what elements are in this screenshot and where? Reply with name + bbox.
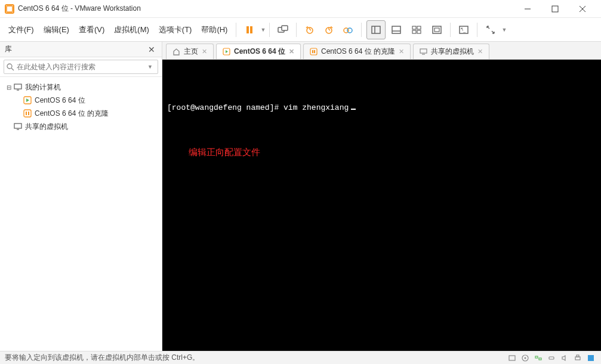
stretch-dropdown-caret[interactable]: ▼: [501, 27, 507, 33]
svg-rect-3: [552, 6, 558, 12]
svg-rect-39: [310, 48, 317, 55]
home-icon: [172, 48, 180, 55]
svg-rect-23: [434, 28, 439, 32]
library-tree: ⊟ 我的计算机 CentOS 6 64 位 CentOS 6 64 位 的克隆 …: [0, 77, 162, 351]
send-ctrlaltdel-button[interactable]: [273, 20, 292, 39]
tab-centos-label: CentOS 6 64 位: [234, 47, 285, 57]
tab-clone-label: CentOS 6 64 位 的克隆: [321, 47, 395, 57]
maximize-button[interactable]: [541, 0, 569, 18]
search-icon: [7, 63, 14, 71]
menu-edit[interactable]: 编辑(E): [39, 21, 74, 39]
menu-vm[interactable]: 虚拟机(M): [109, 21, 154, 39]
minimize-button[interactable]: [514, 0, 541, 18]
menu-help[interactable]: 帮助(H): [196, 21, 232, 39]
view-console-button[interactable]: [387, 20, 406, 39]
tree-item-label: CentOS 6 64 位 的克隆: [35, 109, 109, 119]
vm-console[interactable]: [root@wangdefeng named]# vim zhengxiang …: [162, 60, 601, 351]
tab-home[interactable]: 主页 ✕: [166, 44, 214, 59]
cd-icon[interactable]: [520, 353, 531, 363]
svg-rect-41: [314, 50, 315, 53]
library-title: 库: [5, 44, 146, 54]
network-icon[interactable]: [533, 353, 544, 363]
svg-rect-33: [26, 112, 27, 115]
monitor-icon: [13, 82, 23, 92]
svg-point-46: [525, 357, 526, 359]
snapshot-manager-button[interactable]: [338, 20, 357, 39]
tree-shared-vms[interactable]: 共享的虚拟机: [2, 120, 159, 133]
search-caret[interactable]: ▼: [145, 64, 155, 70]
search-input[interactable]: [17, 63, 145, 71]
svg-rect-9: [282, 26, 288, 30]
svg-rect-49: [549, 357, 554, 359]
separator: [269, 23, 270, 37]
library-search[interactable]: ▼: [4, 60, 158, 74]
vm-running-icon: [23, 95, 32, 105]
close-icon[interactable]: ✕: [399, 48, 404, 55]
svg-rect-44: [509, 356, 515, 360]
svg-marker-38: [226, 50, 228, 53]
close-icon[interactable]: ✕: [289, 48, 294, 55]
svg-rect-1: [7, 6, 13, 12]
svg-rect-32: [24, 110, 31, 117]
tree-item-centos-clone[interactable]: CentOS 6 64 位 的克隆: [2, 107, 159, 120]
svg-rect-52: [588, 355, 594, 361]
menu-view[interactable]: 查看(V): [74, 21, 109, 39]
unity-button[interactable]: [427, 20, 446, 39]
statusbar: 要将输入定向到该虚拟机，请在虚拟机内部单击或按 Ctrl+G。: [0, 351, 601, 364]
shared-icon: [420, 48, 427, 55]
sound-icon[interactable]: [559, 353, 570, 363]
fullscreen-button[interactable]: ›_: [454, 20, 473, 39]
tab-shared[interactable]: 共享的虚拟机 ✕: [413, 44, 489, 59]
vm-paused-icon: [310, 48, 318, 55]
close-library-button[interactable]: ✕: [146, 44, 157, 55]
separator: [361, 23, 362, 37]
tab-centos[interactable]: CentOS 6 64 位 ✕: [216, 44, 301, 59]
svg-marker-31: [26, 98, 29, 102]
tree-root-mycomputer[interactable]: ⊟ 我的计算机: [2, 81, 159, 94]
svg-rect-18: [412, 26, 416, 29]
svg-rect-7: [250, 26, 252, 33]
svg-rect-21: [417, 30, 421, 33]
menu-tabs[interactable]: 选项卡(T): [154, 21, 197, 39]
svg-rect-16: [392, 26, 400, 33]
tab-centos-clone[interactable]: CentOS 6 64 位 的克隆 ✕: [303, 44, 411, 59]
svg-rect-20: [412, 30, 416, 33]
svg-rect-42: [420, 49, 427, 53]
svg-rect-35: [14, 124, 21, 128]
view-thumbnails-button[interactable]: [407, 20, 426, 39]
svg-rect-47: [535, 356, 538, 358]
tabs-bar: 主页 ✕ CentOS 6 64 位 ✕ CentOS 6 64 位 的克隆 ✕…: [162, 42, 601, 60]
power-dropdown-caret[interactable]: ▼: [260, 27, 266, 33]
revert-snapshot-button[interactable]: [319, 20, 338, 39]
svg-rect-48: [539, 358, 541, 360]
menu-file[interactable]: 文件(F): [4, 21, 39, 39]
svg-rect-22: [433, 26, 441, 33]
snapshot-button[interactable]: [300, 20, 319, 39]
close-button[interactable]: [569, 0, 596, 18]
close-icon[interactable]: ✕: [477, 48, 483, 55]
svg-rect-28: [14, 84, 21, 89]
terminal-prompt: [root@wangdefeng named]# vim zhengxiang: [167, 103, 349, 112]
view-single-button[interactable]: [366, 20, 386, 39]
stretch-button[interactable]: [481, 20, 500, 39]
collapse-icon[interactable]: ⊟: [5, 84, 13, 91]
svg-point-13: [347, 28, 352, 33]
cursor: [351, 101, 356, 110]
vmware-icon: [5, 4, 14, 14]
menubar: 文件(F) 编辑(E) 查看(V) 虚拟机(M) 选项卡(T) 帮助(H) ▼: [0, 18, 601, 42]
disk-icon[interactable]: [507, 353, 517, 363]
printer-icon[interactable]: [572, 353, 583, 363]
status-message: 要将输入定向到该虚拟机，请在虚拟机内部单击或按 Ctrl+G。: [5, 353, 507, 363]
svg-rect-6: [246, 26, 249, 33]
separator: [296, 23, 297, 37]
pause-button[interactable]: [240, 20, 259, 39]
shared-icon: [13, 122, 23, 131]
vm-paused-icon: [23, 109, 32, 118]
close-icon[interactable]: ✕: [202, 48, 207, 55]
messages-icon[interactable]: [585, 353, 596, 363]
library-sidebar: 库 ✕ ▼ ⊟ 我的计算机 CentOS 6 64 位 CentOS 6 64: [0, 42, 162, 351]
tree-shared-label: 共享的虚拟机: [25, 122, 68, 132]
separator: [450, 23, 451, 37]
tree-item-centos[interactable]: CentOS 6 64 位: [2, 94, 159, 107]
usb-icon[interactable]: [546, 353, 557, 363]
